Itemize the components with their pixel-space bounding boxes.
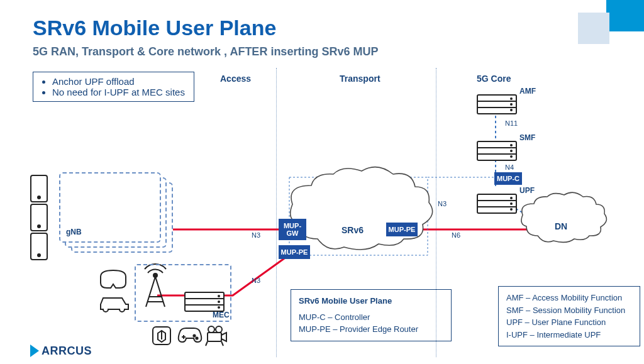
srv6-cloud	[291, 167, 433, 250]
legend-nf: AMF – Access Mobility Function SMF – Ses…	[498, 286, 640, 346]
smf-label: SMF	[519, 133, 535, 142]
mup-c: MUP-C	[494, 172, 522, 185]
svg-point-20	[216, 326, 222, 333]
amf-label: AMF	[519, 87, 536, 96]
brand-logo: ARRCUS	[30, 345, 92, 358]
dn-label: DN	[555, 221, 567, 231]
phone-icon	[30, 204, 48, 231]
legend-line: UPF – User Plane Function	[506, 316, 632, 329]
svg-point-17	[193, 334, 195, 336]
legend-line: SMF – Session Mobility Function	[506, 304, 632, 317]
phone-icon	[30, 175, 48, 202]
smf-server-icon	[477, 141, 517, 161]
legend-srv6-title: SRv6 Mobile User Plane	[299, 296, 392, 306]
gnb-label: gNB	[66, 228, 82, 236]
legend-line: MUP-PE – Provider Edge Router	[299, 323, 443, 336]
iface-n3: N3	[252, 277, 260, 284]
svg-point-19	[208, 326, 214, 333]
upf-label: UPF	[519, 186, 535, 195]
svg-line-23	[221, 341, 223, 346]
legend-srv6: SRv6 Mobile User Plane MUP-C – Controlle…	[291, 289, 452, 341]
mup-pe: MUP-PE	[386, 223, 418, 236]
svg-point-18	[196, 337, 197, 339]
srv6-label: SRv6	[341, 225, 364, 235]
svg-rect-21	[208, 333, 221, 341]
phone-icon	[30, 233, 48, 260]
dn-cloud	[521, 192, 606, 242]
mup-pe: MUP-PE	[279, 245, 310, 259]
mec-label: MEC	[213, 311, 230, 319]
legend-line: MUP-C – Controller	[299, 311, 443, 324]
amf-server-icon	[477, 94, 517, 114]
slide: { "title": "SRv6 Mobile User Plane", "su…	[0, 0, 644, 364]
iface-n4: N4	[505, 163, 514, 171]
server-icon	[184, 292, 225, 312]
iface-n6: N6	[452, 231, 460, 239]
legend-line: AMF – Access Mobility Function	[506, 292, 632, 304]
mup-gw: MUP-GW	[279, 219, 306, 240]
iface-n11: N11	[505, 119, 518, 127]
legend-line: I-UPF – Intermediate UPF	[506, 329, 632, 341]
upf-server-icon	[477, 194, 517, 214]
iface-n3: N3	[252, 231, 260, 239]
svg-line-22	[206, 341, 208, 346]
iface-n3: N3	[438, 200, 447, 207]
